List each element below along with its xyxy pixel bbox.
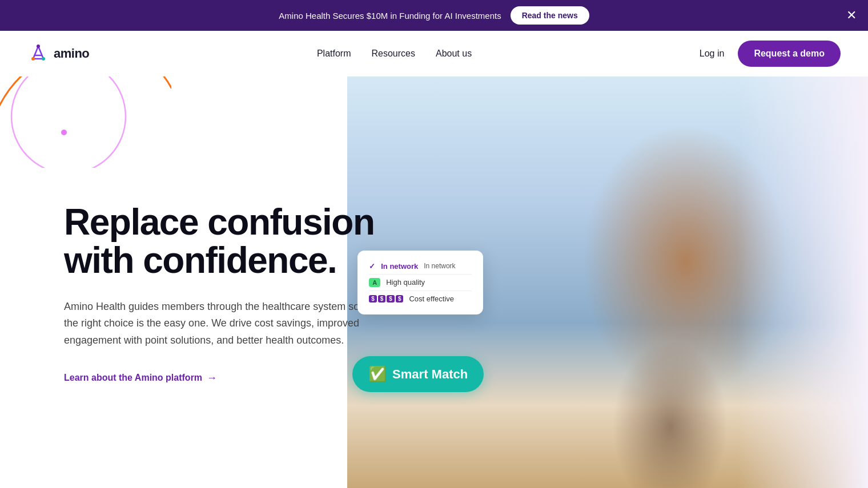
smart-match-icon: ✅	[368, 365, 387, 383]
svg-point-3	[31, 57, 35, 61]
logo[interactable]: amino	[27, 43, 89, 64]
cost-effective-label: Cost effective	[409, 295, 454, 303]
smart-match-bubble: ✅ Smart Match	[352, 356, 484, 392]
nav-item-resources[interactable]: Resources	[372, 49, 415, 59]
request-demo-button[interactable]: Request a demo	[738, 41, 841, 67]
svg-point-7	[61, 130, 67, 135]
logo-icon	[27, 43, 49, 64]
main-nav: amino Platform Resources About us Log in…	[0, 31, 868, 76]
dollar-badge-2: $	[378, 295, 386, 303]
decorative-circles	[0, 76, 171, 168]
dollar-badge-1: $	[369, 295, 377, 303]
svg-point-6	[11, 76, 126, 168]
svg-point-4	[42, 57, 45, 61]
quality-grade-badge: A	[369, 278, 380, 287]
announcement-text: Amino Health Secures $10M in Funding for…	[279, 11, 501, 21]
ui-card-row-cost: $ $ $ $ Cost effective	[369, 291, 472, 306]
nav-item-about[interactable]: About us	[436, 49, 472, 59]
hero-section: Replace confusion with confidence. Amino…	[0, 76, 868, 488]
ui-feature-card: ✓ In network In network A High quality $…	[357, 251, 483, 314]
hero-image-area: ✓ In network In network A High quality $…	[347, 76, 868, 488]
ui-card-row-quality: A High quality	[369, 275, 472, 291]
in-network-label: In network	[381, 262, 418, 271]
login-link[interactable]: Log in	[700, 49, 725, 59]
nav-links: Platform Resources About us	[317, 49, 472, 59]
svg-point-5	[37, 45, 40, 48]
announcement-bar: Amino Health Secures $10M in Funding for…	[0, 0, 868, 31]
read-news-button[interactable]: Read the news	[511, 6, 589, 25]
dollar-badge-4: $	[396, 295, 404, 303]
logo-text: amino	[54, 46, 89, 61]
check-icon: ✓	[369, 262, 375, 271]
high-quality-label: High quality	[386, 278, 425, 287]
arrow-right-icon: →	[207, 372, 217, 384]
in-network-badge: In network	[424, 262, 455, 270]
hero-description: Amino Health guides members through the …	[64, 299, 384, 349]
learn-platform-link[interactable]: Learn about the Amino platform →	[64, 372, 217, 384]
cost-badges: $ $ $ $	[369, 295, 403, 303]
close-announcement-button[interactable]: ✕	[846, 9, 857, 22]
ui-card-row-network: ✓ In network In network	[369, 259, 472, 275]
nav-item-platform[interactable]: Platform	[317, 49, 351, 59]
nav-actions: Log in Request a demo	[700, 41, 841, 67]
smart-match-label: Smart Match	[392, 367, 468, 382]
dollar-badge-3: $	[387, 295, 395, 303]
